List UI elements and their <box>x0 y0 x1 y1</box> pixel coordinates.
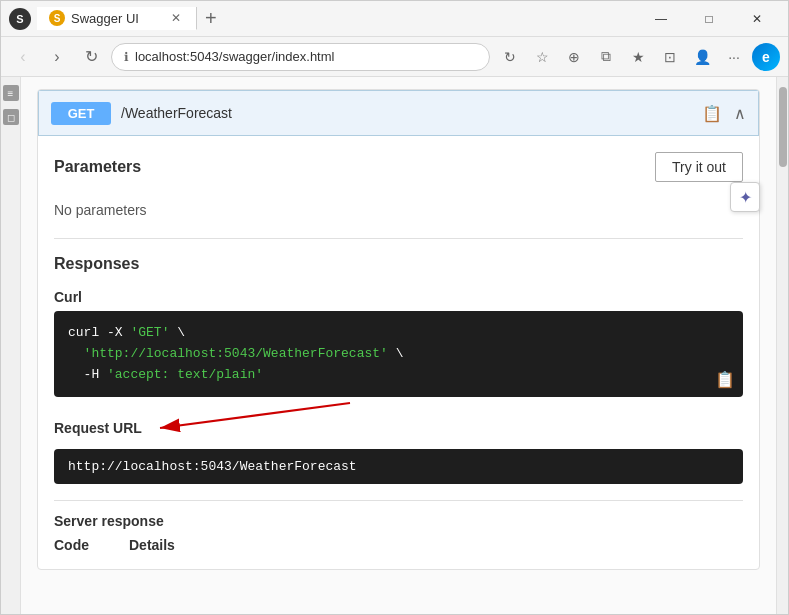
window-controls: — □ ✕ <box>638 1 780 37</box>
responses-section: Responses Curl curl -X 'GET' \ 'http://l… <box>54 255 743 553</box>
tab-close-button[interactable]: ✕ <box>168 10 184 26</box>
try-it-out-button[interactable]: Try it out <box>655 152 743 182</box>
curl-line-1: curl -X 'GET' \ <box>68 323 729 344</box>
edge-copilot-btn[interactable]: e <box>752 43 780 71</box>
clipboard-icon[interactable]: 📋 <box>698 99 726 127</box>
refresh-button[interactable]: ↻ <box>77 43 105 71</box>
url-text: localhost:5043/swagger/index.html <box>135 49 334 64</box>
back-button[interactable]: ‹ <box>9 43 37 71</box>
curl-section: Curl curl -X 'GET' \ 'http://localhost:5… <box>54 289 743 397</box>
request-url-section: Request URL <box>54 413 743 484</box>
address-input[interactable]: ℹ localhost:5043/swagger/index.html <box>111 43 490 71</box>
parameters-section-header: Parameters Try it out <box>54 152 743 182</box>
parameters-title: Parameters <box>54 158 141 176</box>
curl-label: Curl <box>54 289 743 305</box>
tab-split-btn[interactable]: ⧉ <box>592 43 620 71</box>
curl-line-3: -H 'accept: text/plain' <box>68 365 729 386</box>
star-btn[interactable]: ☆ <box>528 43 556 71</box>
header-actions: 📋 ∧ <box>698 99 746 127</box>
scrollbar-track[interactable] <box>776 77 788 614</box>
tab-favicon: S <box>49 10 65 26</box>
endpoint-body: Parameters Try it out No parameters Resp… <box>38 136 759 569</box>
red-arrow-indicator <box>150 413 270 443</box>
tab-bar: S Swagger UI ✕ + <box>37 7 632 30</box>
profile-btn[interactable]: 👤 <box>688 43 716 71</box>
screenshot-btn[interactable]: ⊡ <box>656 43 684 71</box>
refresh-addr-btn[interactable]: ↻ <box>496 43 524 71</box>
method-badge: GET <box>51 102 111 125</box>
endpoint-path: /WeatherForecast <box>121 105 688 121</box>
details-column-header: Details <box>129 537 175 553</box>
title-bar: S S Swagger UI ✕ + — □ ✕ <box>1 1 788 37</box>
new-tab-button[interactable]: + <box>197 7 225 30</box>
responses-title: Responses <box>54 255 743 273</box>
curl-code-block: curl -X 'GET' \ 'http://localhost:5043/W… <box>54 311 743 397</box>
address-actions: ↻ ☆ ⊕ ⧉ ★ ⊡ 👤 ··· e <box>496 43 780 71</box>
server-response-section: Server response Code Details <box>54 500 743 553</box>
no-parameters-text: No parameters <box>54 194 743 239</box>
more-btn[interactable]: ··· <box>720 43 748 71</box>
page-content: ≡ ◻ GET /WeatherForecast 📋 ∧ <box>1 77 788 614</box>
forward-button[interactable]: › <box>43 43 71 71</box>
copy-curl-button[interactable]: 📋 <box>715 370 735 389</box>
sparkle-button[interactable]: ✦ <box>730 182 760 212</box>
server-response-title: Server response <box>54 513 743 529</box>
response-table-header: Code Details <box>54 537 743 553</box>
lock-icon: ℹ <box>124 50 129 64</box>
swagger-container: GET /WeatherForecast 📋 ∧ Parameters Try … <box>37 89 760 570</box>
favorites-btn[interactable]: ★ <box>624 43 652 71</box>
maximize-button[interactable]: □ <box>686 1 732 37</box>
main-area: GET /WeatherForecast 📋 ∧ Parameters Try … <box>21 77 776 614</box>
close-button[interactable]: ✕ <box>734 1 780 37</box>
svg-line-1 <box>160 403 350 428</box>
minimize-button[interactable]: — <box>638 1 684 37</box>
sidebar-icon-1[interactable]: ≡ <box>3 85 19 101</box>
address-bar: ‹ › ↻ ℹ localhost:5043/swagger/index.htm… <box>1 37 788 77</box>
request-url-label: Request URL <box>54 413 743 443</box>
endpoint-header[interactable]: GET /WeatherForecast 📋 ∧ <box>38 90 759 136</box>
scrollbar-thumb[interactable] <box>779 87 787 167</box>
sidebar-icon-2[interactable]: ◻ <box>3 109 19 125</box>
active-tab[interactable]: S Swagger UI ✕ <box>37 7 197 30</box>
request-url-value: http://localhost:5043/WeatherForecast <box>54 449 743 484</box>
collapse-icon[interactable]: ∧ <box>734 104 746 123</box>
curl-line-2: 'http://localhost:5043/WeatherForecast' … <box>68 344 729 365</box>
browser-window: S S Swagger UI ✕ + — □ ✕ ‹ › ↻ ℹ localho… <box>0 0 789 615</box>
collections-btn[interactable]: ⊕ <box>560 43 588 71</box>
left-sidebar: ≡ ◻ <box>1 77 21 614</box>
tab-title: Swagger UI <box>71 11 139 26</box>
code-column-header: Code <box>54 537 89 553</box>
browser-app-icon: S <box>9 8 31 30</box>
